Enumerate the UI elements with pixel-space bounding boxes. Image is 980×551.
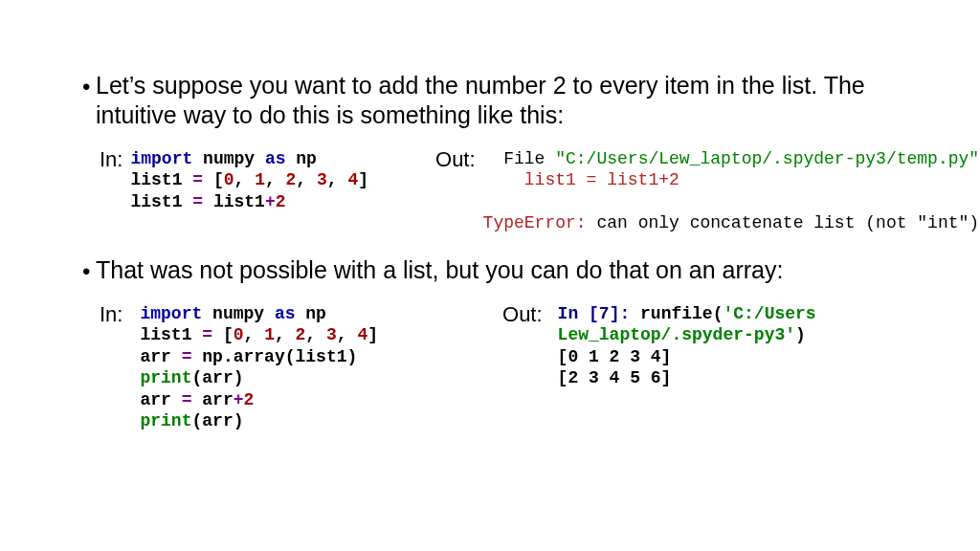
- bullet-1-text: Let’s suppose you want to add the number…: [96, 71, 894, 131]
- code2-out: In [7]: runfile('C:/Users Lew_laptop/.sp…: [558, 303, 816, 432]
- code1-out: File "C:/Users/Lew_laptop/.spyder-py3/te…: [483, 148, 980, 234]
- in-label: In:: [100, 303, 130, 432]
- code2-in: import numpy as np list1 = [0, 1, 2, 3, …: [140, 303, 378, 432]
- code-pair-2: In: import numpy as np list1 = [0, 1, 2,…: [100, 303, 894, 432]
- bullet-dot: •: [82, 255, 96, 286]
- bullet-dot: •: [82, 71, 96, 131]
- bullet-2-text: That was not possible with a list, but y…: [96, 255, 894, 286]
- slide: • Let’s suppose you want to add the numb…: [0, 0, 980, 432]
- out-label: Out:: [502, 303, 550, 432]
- code1-in: import numpy as np list1 = [0, 1, 2, 3, …: [130, 148, 368, 234]
- bullet-1: • Let’s suppose you want to add the numb…: [96, 71, 894, 131]
- out-label: Out:: [435, 148, 483, 234]
- bullet-2: • That was not possible with a list, but…: [96, 255, 894, 286]
- in-label: In:: [100, 148, 130, 234]
- code-pair-1: In: import numpy as np list1 = [0, 1, 2,…: [100, 148, 894, 234]
